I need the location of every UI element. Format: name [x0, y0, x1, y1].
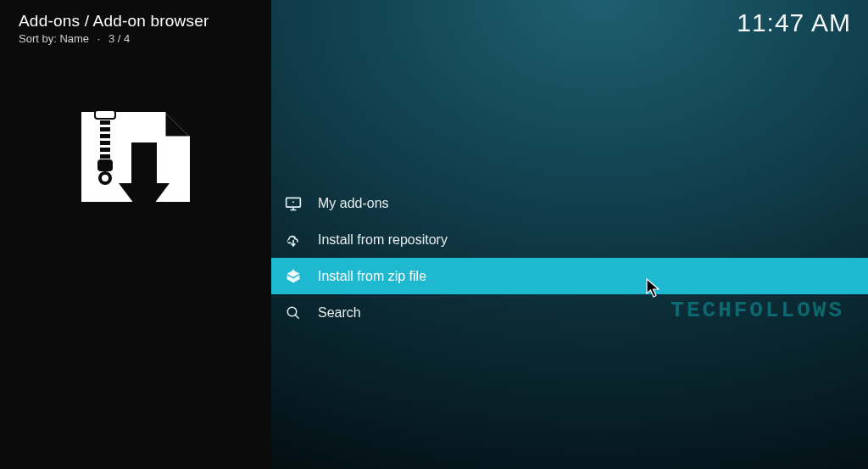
sort-value: Name: [59, 32, 89, 45]
svg-rect-4: [100, 141, 110, 145]
main-panel: 11:47 AM My add-ons: [271, 0, 868, 469]
svg-rect-5: [100, 148, 110, 152]
category-icon: [0, 110, 271, 237]
breadcrumb: Add-ons / Add-on browser: [19, 12, 253, 31]
menu-item-my-addons[interactable]: My add-ons: [271, 185, 868, 221]
svg-rect-3: [100, 134, 110, 138]
svg-rect-0: [95, 110, 115, 119]
zip-file-download-icon: [76, 110, 195, 237]
menu-item-install-repository[interactable]: Install from repository: [271, 221, 868, 258]
clock: 11:47 AM: [737, 8, 851, 37]
svg-point-15: [287, 307, 297, 316]
menu-item-label: Search: [318, 305, 361, 321]
menu-item-label: Install from repository: [318, 232, 448, 248]
monitor-icon: [284, 194, 303, 213]
sort-line: Sort by: Name · 3 / 4: [19, 32, 253, 45]
sidebar: Add-ons / Add-on browser Sort by: Name ·…: [0, 0, 271, 469]
item-index: 3 / 4: [108, 32, 130, 45]
svg-rect-6: [100, 154, 110, 159]
svg-rect-2: [100, 127, 110, 131]
search-icon: [284, 304, 303, 322]
cloud-download-icon: [284, 231, 303, 249]
menu-item-install-zip[interactable]: Install from zip file: [271, 258, 868, 294]
svg-line-16: [295, 315, 299, 319]
menu-item-label: Install from zip file: [318, 269, 426, 284]
svg-rect-1: [100, 120, 110, 125]
sort-label: Sort by:: [19, 32, 57, 45]
box-download-icon: [284, 267, 303, 286]
addon-browser-menu: My add-ons Install from repository: [271, 185, 868, 331]
menu-item-search[interactable]: Search: [271, 294, 868, 331]
sort-separator: ·: [97, 32, 101, 45]
svg-rect-7: [97, 159, 113, 171]
svg-rect-9: [131, 142, 157, 183]
svg-point-14: [292, 201, 294, 203]
menu-item-label: My add-ons: [318, 196, 389, 211]
app-root: Add-ons / Add-on browser Sort by: Name ·…: [0, 0, 868, 469]
